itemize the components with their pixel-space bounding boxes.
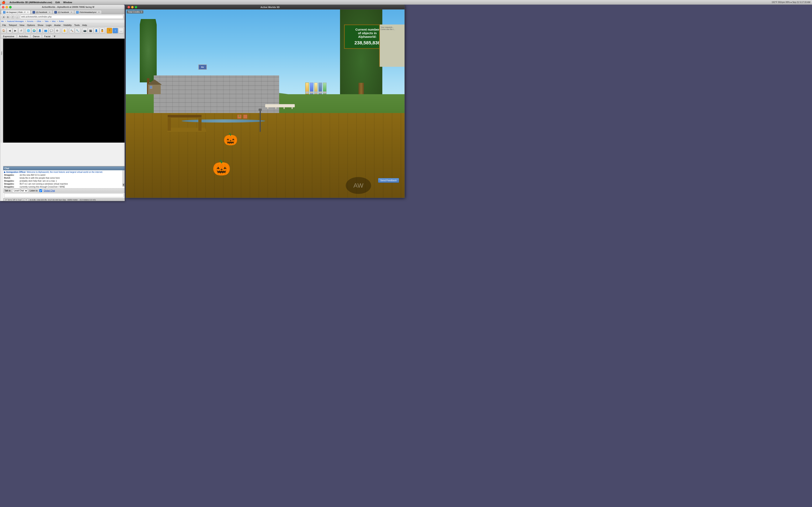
aw-menu-avatar[interactable]: Avatar (53, 24, 62, 26)
planters: 🌿 (237, 114, 247, 119)
toolbar-home-btn[interactable]: 🏠 (1, 28, 6, 34)
reload-button[interactable]: ↺ (11, 15, 14, 19)
aw-menu-show[interactable]: Show (36, 24, 45, 26)
menubar-appname[interactable]: ActiveWorlds 3D (AWWebInstaller.exe) (8, 0, 54, 5)
apple-logo-icon[interactable]: 🍎 (2, 1, 5, 4)
back-button[interactable]: ◀ (1, 15, 5, 19)
talk-to-select[interactable]: Local Chat (12, 189, 28, 192)
aw-menu-teleport[interactable]: Teleport (7, 24, 18, 26)
breadcrumb-misc[interactable]: Other (37, 20, 42, 22)
forward-button[interactable]: ▶ (6, 15, 10, 19)
toolbar-forward-btn[interactable]: ▶ (13, 28, 18, 34)
tab-close-2[interactable]: ✕ (49, 11, 51, 13)
browser-tabs: F 90 Degrees! | Flickr - Pho... ✕ f (2) … (0, 9, 124, 14)
anim-tab-more[interactable]: ▼ (53, 35, 56, 38)
toolbar-btn-select[interactable]: ✋ (62, 28, 67, 34)
talk-to-label: Talk to (4, 189, 11, 192)
kiosk-item-4[interactable] (318, 82, 322, 94)
toolbar-btn-help[interactable]: ? (107, 28, 112, 34)
global-chat-link[interactable]: Global Chat (44, 189, 55, 192)
chat-sender-system: ▶ Immigration Officer (4, 171, 26, 174)
aw-menu-file[interactable]: File (1, 24, 7, 26)
chat-text-system: Welcome to Alphaworld, the most historic… (27, 171, 103, 174)
aw-viewport-left[interactable]: Talks (0, 39, 124, 143)
tab-close-4[interactable]: ✕ (98, 11, 100, 13)
toolbar-back-btn[interactable]: ◀ (7, 28, 12, 34)
tab-close-1[interactable]: ✕ (27, 11, 29, 13)
toolbar-sep5 (106, 29, 106, 33)
send-feedback-button[interactable]: Send Feedback (378, 178, 399, 183)
credits-text: Total Credits: 0 (128, 11, 142, 13)
toolbar-btn-build2[interactable]: 🔧 (75, 28, 80, 34)
toolbar-btn-world2[interactable]: 🌍 (32, 28, 37, 34)
chat-scrollbar[interactable]: ▼ (122, 170, 124, 186)
toolbar-btn-photo[interactable]: 📷 (82, 28, 88, 34)
viewport-black (0, 39, 124, 143)
breadcrumb-item[interactable]: Me (1, 20, 4, 22)
toolbar-btn-build[interactable]: 🔨 (69, 28, 74, 34)
chat-msg-1: Strapples: ok this new AW 6.0 is weird (4, 174, 124, 177)
kiosk-item-1[interactable] (305, 82, 309, 94)
anim-tab-facial[interactable]: Facial (42, 35, 52, 38)
bench-leg-1 (267, 107, 268, 109)
aw3d-minimize-button[interactable] (131, 6, 134, 8)
scrollbar-down-btn[interactable]: ▼ (122, 183, 124, 186)
kiosk-item-5[interactable] (323, 82, 326, 94)
wooden-structure (168, 115, 206, 132)
breadcrumb-featured[interactable]: Featured Messages (7, 20, 24, 22)
breadcrumb-forums[interactable]: Forums (27, 20, 34, 22)
minimize-button[interactable] (5, 6, 8, 8)
kiosk-item-3[interactable] (314, 82, 318, 94)
aw3d-close-button[interactable] (128, 6, 130, 8)
menubar-edit[interactable]: Edit (54, 0, 61, 5)
aw-menu-options[interactable]: Options (26, 24, 36, 26)
aw-menu-visibility[interactable]: Visibility (62, 24, 73, 26)
toolbar-btn-person2[interactable]: 🙎 (100, 28, 105, 34)
chat-sender-5: Strapples: (4, 185, 19, 188)
toolbar-btn-person[interactable]: 👤 (94, 28, 99, 34)
chat-input[interactable] (4, 193, 124, 197)
toolbar-btn-settings[interactable]: ⚙ (55, 28, 60, 34)
anim-tab-dance[interactable]: Dance (31, 35, 42, 38)
chat-panel: Chat ▶ Immigration Officer Welcome to Al… (3, 166, 124, 201)
home-button[interactable]: ⌂ (15, 15, 19, 19)
aw3d-maximize-button[interactable] (135, 6, 137, 8)
browser-tab-2[interactable]: f (2) Facebook ✕ (31, 10, 52, 14)
anim-tab-activities[interactable]: Activities (17, 35, 30, 38)
toolbar-btn-avatar2[interactable]: 👥 (43, 28, 48, 34)
aw-menu-login[interactable]: Login (45, 24, 53, 26)
traffic-lights (2, 6, 12, 8)
breadcrumb-misc2[interactable]: Misc (52, 20, 56, 22)
toolbar-refresh-btn[interactable]: ↺ (18, 28, 24, 34)
chat-msg-4: Strapples: BUT no i am not running a win… (4, 182, 124, 185)
close-button[interactable] (2, 6, 4, 8)
items-left-btn[interactable]: 37 items left to load (4, 199, 22, 201)
post-right (198, 118, 202, 131)
toolbar-btn-world[interactable]: 🌐 (26, 28, 31, 34)
tab-close-3[interactable]: ✕ (70, 11, 72, 13)
planter-2 (243, 114, 247, 119)
breadcrumb-rules[interactable]: Rules (59, 20, 64, 22)
toolbar-btn-extra[interactable]: … (118, 28, 124, 34)
address-bar[interactable]: web.activeworlds.com/index.php (20, 15, 123, 19)
aw-menu-help[interactable]: Help (81, 24, 88, 26)
aw-menu-tools[interactable]: Tools (73, 24, 81, 26)
aw-menu-view[interactable]: View (18, 24, 26, 26)
tree-foliage (340, 9, 382, 95)
maximize-button[interactable] (9, 6, 12, 8)
listen-to-checkbox[interactable] (39, 189, 42, 192)
anim-tab-expressive[interactable]: Expressive (1, 35, 16, 38)
browser-tab-3[interactable]: f (2) Facebook ✕ (52, 10, 74, 14)
toolbar-btn-info[interactable]: i (112, 28, 118, 34)
toolbar-btn-avatar[interactable]: 👤 (37, 28, 43, 34)
status-bar-x[interactable]: ✕ (24, 199, 28, 201)
breadcrumb-tabs[interactable]: Tabs (45, 20, 49, 22)
aw3d-viewport[interactable]: RU 🎃 🎃 (126, 9, 405, 198)
chat-messages[interactable]: ▶ Immigration Officer Welcome to Alphawo… (3, 170, 124, 188)
browser-tab-1[interactable]: F 90 Degrees! | Flickr - Pho... ✕ (1, 10, 31, 14)
toolbar-btn-photo2[interactable]: 🎬 (88, 28, 93, 34)
menubar-window[interactable]: Window (61, 0, 74, 5)
browser-tab-4[interactable]: F FlickrMetadataSynchr -... ✕ (74, 10, 102, 14)
kiosk-item-2[interactable] (310, 82, 313, 94)
toolbar-btn-chat[interactable]: 💬 (49, 28, 54, 34)
